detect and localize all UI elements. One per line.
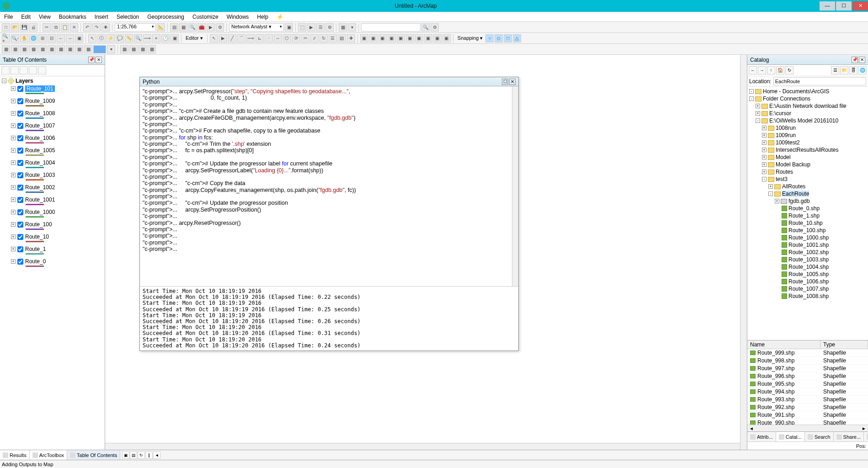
- expand-icon[interactable]: +: [11, 222, 16, 227]
- expand-icon[interactable]: +: [756, 111, 760, 116]
- tab-search[interactable]: Search: [805, 432, 834, 441]
- expand-icon[interactable]: +: [11, 123, 16, 128]
- tab-results[interactable]: Results: [0, 450, 30, 460]
- catalog-grid-rows[interactable]: Route_999.shpShapefileRoute_998.shpShape…: [747, 349, 868, 425]
- expand-icon[interactable]: +: [11, 160, 16, 165]
- zoom-in-icon[interactable]: 🔍+: [2, 34, 10, 43]
- toc-layer-item[interactable]: +Route_1005: [2, 146, 103, 154]
- maximize-button[interactable]: ☐: [836, 1, 852, 11]
- add-data-icon[interactable]: ✚: [101, 23, 110, 32]
- catalog-grid-row[interactable]: Route_998.shpShapefile: [747, 357, 868, 365]
- catalog-tree[interactable]: -Home - Documents\ArcGIS-Folder Connecti…: [747, 87, 868, 340]
- d16-icon[interactable]: ▦: [148, 45, 156, 53]
- expand-icon[interactable]: -: [749, 96, 754, 101]
- prev-icon[interactable]: ◄: [153, 452, 160, 459]
- end-point-arc-icon[interactable]: ⌒: [237, 34, 245, 43]
- catalog-grid-row[interactable]: Route_994.shpShapefile: [747, 388, 868, 396]
- open-icon[interactable]: 📂: [11, 23, 19, 32]
- cat-back-icon[interactable]: ←: [749, 66, 757, 74]
- na-solve-icon[interactable]: ▶: [307, 23, 315, 32]
- toc-close-icon[interactable]: ✕: [96, 57, 102, 63]
- cut-polygons-icon[interactable]: ✂: [301, 34, 309, 43]
- d8-icon[interactable]: ▦: [66, 45, 74, 53]
- layer-visibility-checkbox[interactable]: [17, 246, 23, 252]
- catalog-tree-node[interactable]: Route_1003.shp: [748, 256, 867, 263]
- catalog-tree-node[interactable]: Route_10.shp: [748, 219, 867, 227]
- expand-icon[interactable]: +: [775, 199, 779, 203]
- fixed-zoom-out-icon[interactable]: ⊟: [48, 34, 56, 43]
- tab-catalog[interactable]: Catal...: [776, 432, 805, 441]
- tab-create[interactable]: Creat...: [864, 432, 868, 441]
- menu-view[interactable]: View: [35, 14, 55, 20]
- catalog-tree-node[interactable]: -E:\OilWells Model 20161010: [748, 117, 867, 124]
- arctoolbox-icon[interactable]: 🧰: [197, 23, 206, 32]
- t2-icon[interactable]: ▣: [369, 34, 378, 43]
- toc-layer-item[interactable]: +Route_101: [2, 85, 103, 93]
- toc-layer-item[interactable]: +Route_1003: [2, 171, 103, 179]
- t1-icon[interactable]: ▣: [360, 34, 368, 43]
- cat-up-icon[interactable]: ↑: [767, 66, 775, 74]
- cat-connect-folder-icon[interactable]: 📁: [840, 66, 848, 74]
- expand-icon[interactable]: +: [11, 234, 16, 239]
- layer-visibility-checkbox[interactable]: [17, 111, 23, 117]
- cat-fwd-icon[interactable]: →: [758, 66, 766, 74]
- t5-icon[interactable]: ▣: [397, 34, 405, 43]
- snap-edge-icon[interactable]: △: [513, 34, 521, 43]
- edit-annotation-icon[interactable]: ▶: [219, 34, 227, 43]
- cat-home-icon[interactable]: 🏠: [776, 66, 784, 74]
- toc-layer-item[interactable]: +Route_1002: [2, 183, 103, 191]
- tab-arctoolbox[interactable]: ArcToolbox: [30, 450, 67, 460]
- toc-layer-item[interactable]: +Route_1006: [2, 134, 103, 142]
- fixed-zoom-in-icon[interactable]: ⊞: [38, 34, 47, 43]
- d2-icon[interactable]: ▦: [11, 45, 19, 53]
- python-close-icon[interactable]: ✕: [509, 79, 516, 85]
- minimize-button[interactable]: —: [820, 1, 835, 11]
- catalog-tree-node[interactable]: Route_1.shp: [748, 212, 867, 219]
- menu-extension-icon[interactable]: ⚡: [272, 14, 288, 20]
- layer-visibility-checkbox[interactable]: [17, 135, 23, 141]
- toc-layer-item[interactable]: +Route_0: [2, 257, 103, 266]
- map-hscrollbar[interactable]: [105, 443, 740, 450]
- network-analyst-combo[interactable]: Network Analyst ▾: [229, 23, 284, 32]
- expand-icon[interactable]: +: [11, 185, 16, 190]
- edit-tool-icon[interactable]: ↖: [210, 34, 218, 43]
- expand-icon[interactable]: -: [768, 191, 773, 196]
- catalog-grid-row[interactable]: Route_991.shpShapefile: [747, 411, 868, 419]
- layer-visibility-checkbox[interactable]: [17, 209, 23, 215]
- d6-icon[interactable]: ▦: [48, 45, 56, 53]
- d11-icon[interactable]: [93, 45, 106, 53]
- expand-icon[interactable]: +: [762, 140, 767, 145]
- d3-icon[interactable]: ▦: [20, 45, 28, 53]
- toc-layer-item[interactable]: +Route_1007: [2, 122, 103, 130]
- d13-icon[interactable]: ▦: [120, 45, 128, 53]
- delete-icon[interactable]: ✕: [70, 23, 78, 32]
- time-slider-icon[interactable]: 🕐: [161, 34, 170, 43]
- catalog-tree-node[interactable]: -EachRoute: [748, 190, 867, 197]
- menu-bookmarks[interactable]: Bookmarks: [55, 14, 91, 20]
- toc-list-by-source-icon[interactable]: [11, 66, 19, 74]
- georef-dropdown-icon[interactable]: ▾: [348, 23, 356, 32]
- cat-refresh-icon[interactable]: ↻: [785, 66, 793, 74]
- t4-icon[interactable]: ▣: [388, 34, 396, 43]
- expand-icon[interactable]: +: [11, 148, 16, 153]
- toc-list-by-drawing-icon[interactable]: [1, 66, 10, 74]
- midpoint-icon[interactable]: ·: [265, 34, 273, 43]
- d14-icon[interactable]: ▦: [129, 45, 138, 53]
- refresh-view-icon[interactable]: ↻: [138, 452, 145, 459]
- menu-edit[interactable]: Edit: [17, 14, 35, 20]
- identify-icon[interactable]: ⓘ: [97, 34, 106, 43]
- tab-toc[interactable]: Table Of Contents: [67, 450, 120, 460]
- go-to-xy-icon[interactable]: ⌖: [152, 34, 160, 43]
- toc-layer-item[interactable]: +Route_1004: [2, 159, 103, 167]
- layer-visibility-checkbox[interactable]: [17, 172, 23, 178]
- menu-selection[interactable]: Selection: [112, 14, 143, 20]
- tab-share[interactable]: Share...: [834, 432, 864, 441]
- find-options-icon[interactable]: ⚙: [431, 23, 439, 32]
- expand-icon[interactable]: +: [762, 155, 767, 160]
- find-route-icon[interactable]: ⟿: [143, 34, 151, 43]
- layer-visibility-checkbox[interactable]: [17, 86, 23, 92]
- snap-vertex-icon[interactable]: □: [504, 34, 512, 43]
- na-window-icon[interactable]: ▣: [285, 23, 293, 32]
- find-icon[interactable]: 🔍: [134, 34, 142, 43]
- measure-icon[interactable]: 📏: [125, 34, 133, 43]
